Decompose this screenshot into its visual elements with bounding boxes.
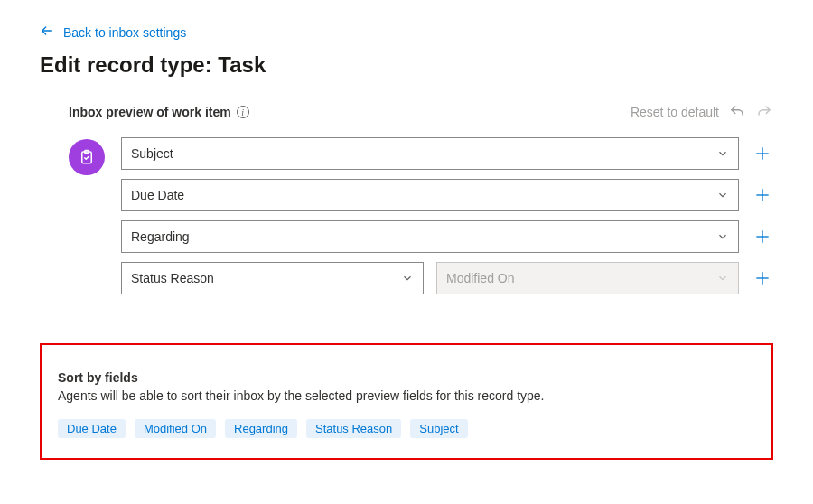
- add-field-button[interactable]: [752, 143, 773, 164]
- dropdown-value: Due Date: [131, 188, 184, 202]
- undo-button[interactable]: [728, 103, 746, 121]
- sort-chip[interactable]: Modified On: [135, 419, 216, 438]
- preview-field-select[interactable]: Due Date: [121, 179, 739, 211]
- add-field-button[interactable]: [752, 267, 773, 289]
- chevron-down-icon: [401, 272, 414, 285]
- reset-to-default-link[interactable]: Reset to default: [631, 105, 719, 119]
- dropdown-value: Modified On: [446, 271, 514, 285]
- preview-rows: Subject Due Date: [121, 137, 773, 294]
- add-field-button[interactable]: [752, 184, 773, 206]
- dropdown-value: Subject: [131, 146, 173, 161]
- dropdown-value: Regarding: [131, 229, 190, 244]
- chevron-down-icon: [716, 230, 729, 243]
- task-badge-icon: [69, 139, 105, 175]
- preview-field-select[interactable]: Subject: [121, 137, 739, 170]
- sort-chip[interactable]: Due Date: [58, 419, 126, 438]
- dropdown-value: Status Reason: [131, 271, 214, 285]
- sort-chip[interactable]: Status Reason: [306, 419, 401, 438]
- sort-description: Agents will be able to sort their inbox …: [58, 388, 755, 403]
- page-title: Edit record type: Task: [40, 52, 773, 78]
- back-link-label: Back to inbox settings: [63, 25, 186, 40]
- arrow-left-icon: [40, 23, 54, 41]
- chevron-down-icon: [716, 189, 729, 201]
- preview-section-label: Inbox preview of work item: [69, 105, 231, 119]
- preview-field-select[interactable]: Status Reason: [121, 262, 424, 294]
- back-to-settings-link[interactable]: Back to inbox settings: [40, 23, 186, 41]
- preview-field-select[interactable]: Regarding: [121, 220, 739, 253]
- add-field-button[interactable]: [752, 226, 773, 247]
- preview-field-select-disabled: Modified On: [436, 262, 739, 294]
- sort-chip[interactable]: Regarding: [225, 419, 297, 438]
- chevron-down-icon: [716, 272, 729, 285]
- sort-by-fields-panel: Sort by fields Agents will be able to so…: [40, 343, 773, 460]
- sort-chip[interactable]: Subject: [410, 419, 467, 438]
- sort-title: Sort by fields: [58, 370, 755, 385]
- info-icon[interactable]: i: [237, 106, 249, 118]
- redo-button[interactable]: [755, 103, 773, 121]
- chevron-down-icon: [716, 147, 729, 160]
